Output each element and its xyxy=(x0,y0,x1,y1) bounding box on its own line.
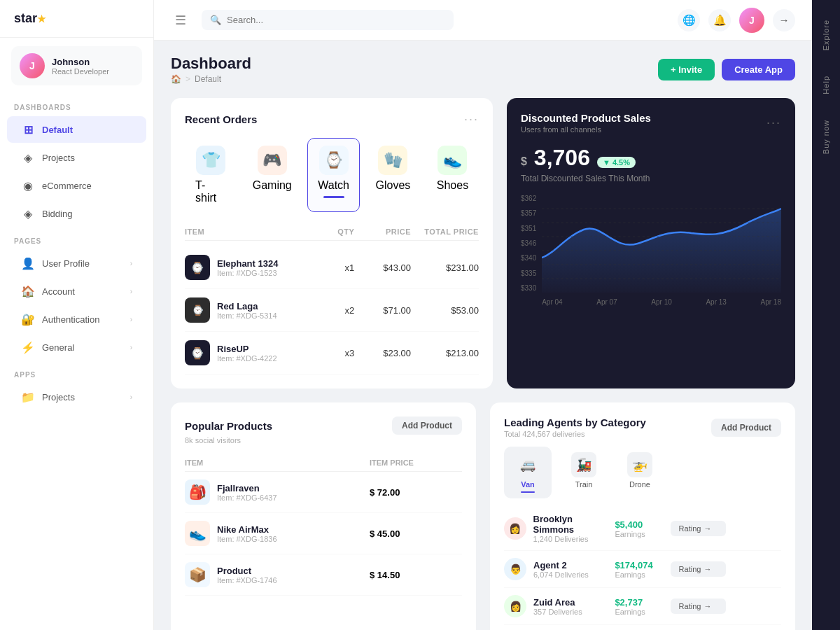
collapse-button[interactable]: ☰ xyxy=(171,10,190,30)
explore-button[interactable]: Explore xyxy=(819,14,833,56)
table-row: 👨 Agent 2 6,074 Deliveries $174,074 Earn… xyxy=(504,551,781,588)
sidebar-item-label: Authentication xyxy=(42,314,99,325)
notification-icon[interactable]: 🔔 xyxy=(708,9,731,31)
create-app-button[interactable]: Create App xyxy=(722,59,795,80)
account-icon: 🏠 xyxy=(21,284,35,298)
search-input[interactable] xyxy=(227,15,445,25)
earnings-label: Earnings xyxy=(615,530,670,538)
sales-amount: 3,706 xyxy=(534,145,590,171)
item-info: 📦 Product Item: #XDG-1746 xyxy=(185,562,370,587)
arrow-right-icon[interactable]: → xyxy=(773,9,795,31)
tab-van-label: Van xyxy=(521,480,535,489)
item-thumbnail: ⌚ xyxy=(185,340,210,365)
chevron-down-icon: › xyxy=(130,316,132,323)
sidebar-item-app-projects[interactable]: 📁 Projects › xyxy=(7,384,146,410)
sidebar-item-label: Account xyxy=(42,286,75,297)
user-avatar-topbar[interactable]: J xyxy=(739,8,764,33)
van-icon: 🚐 xyxy=(515,452,540,477)
card-menu-icon[interactable]: ··· xyxy=(766,115,781,130)
sidebar-user[interactable]: J Johnson React Developer xyxy=(11,46,142,85)
help-button[interactable]: Help xyxy=(819,70,833,100)
item-id: Item: #XDG-5314 xyxy=(217,312,277,320)
add-product-button[interactable]: Add Product xyxy=(392,416,462,435)
sidebar-item-ecommerce[interactable]: ◉ eCommerce xyxy=(7,172,146,199)
recent-orders-card: Recent Orders ··· 👕 T-shirt 🎮 Gaming ⌚ xyxy=(171,98,493,388)
chevron-down-icon: › xyxy=(130,260,132,267)
user-icon: 👤 xyxy=(21,256,35,270)
price-cell: $23.00 xyxy=(354,348,411,358)
sales-label: Total Discounted Sales This Month xyxy=(521,174,781,183)
add-product-agents-button[interactable]: Add Product xyxy=(711,419,781,437)
agent-name: Agent 2 xyxy=(533,560,589,570)
globe-icon[interactable]: 🌐 xyxy=(678,9,700,31)
item-details: Product Item: #XDG-1746 xyxy=(217,566,277,584)
tab-gaming[interactable]: 🎮 Gaming xyxy=(242,138,302,212)
discounted-sales-title: Discounted Product Sales xyxy=(521,112,651,124)
sidebar-item-label: eCommerce xyxy=(42,181,92,191)
topbar: ☰ 🔍 🌐 🔔 J → xyxy=(154,0,812,41)
tab-van[interactable]: 🚐 Van xyxy=(504,447,552,498)
rating-label: Rating xyxy=(679,565,701,573)
tab-gloves[interactable]: 🧤 Gloves xyxy=(365,138,421,212)
sidebar-item-default[interactable]: ⊞ Default xyxy=(7,116,146,143)
section-apps: APPS xyxy=(0,361,153,383)
item-name: Fjallraven xyxy=(217,483,277,493)
earnings-label: Earnings xyxy=(615,608,670,616)
sidebar-item-authentication[interactable]: 🔐 Authentication › xyxy=(7,306,146,332)
tab-drone[interactable]: 🚁 Drone xyxy=(616,447,664,498)
breadcrumb-current: Default xyxy=(195,74,221,84)
sidebar-item-general[interactable]: ⚡ General › xyxy=(7,334,146,360)
sidebar-item-projects[interactable]: ◈ Projects xyxy=(7,144,146,171)
item-details: RiseUP Item: #XDG-4222 xyxy=(217,344,277,363)
buy-now-button[interactable]: Buy now xyxy=(819,114,833,160)
sidebar-item-label: Bidding xyxy=(42,209,72,219)
chart-area: Apr 04 Apr 07 Apr 10 Apr 13 Apr 18 xyxy=(542,195,781,306)
item-id: Item: #XDG-1836 xyxy=(217,535,277,543)
sidebar-item-bidding[interactable]: ◈ Bidding xyxy=(7,200,146,227)
item-info: 🎒 Fjallraven Item: #XDG-6437 xyxy=(185,479,370,505)
tab-shoes[interactable]: 👟 Shoes xyxy=(426,138,479,212)
tab-tshirt[interactable]: 👕 T-shirt xyxy=(185,138,237,212)
col-total: TOTAL PRICE xyxy=(411,227,479,236)
rating-button[interactable]: Rating → xyxy=(671,561,726,577)
logo-text: star★ xyxy=(14,11,46,26)
agent-name: Zuid Area xyxy=(533,597,582,608)
earnings-label: Earnings xyxy=(615,570,670,579)
rating-button[interactable]: Rating → xyxy=(671,521,726,536)
tab-train[interactable]: 🚂 Train xyxy=(560,447,608,498)
topbar-right: 🌐 🔔 J → xyxy=(678,8,795,33)
user-role: React Developer xyxy=(52,67,109,76)
item-icon: 👟 xyxy=(185,521,210,546)
tab-watch[interactable]: ⌚ Watch xyxy=(307,138,359,212)
card-menu-icon[interactable]: ··· xyxy=(464,112,479,127)
total-cell: $53.00 xyxy=(411,305,479,316)
invite-button[interactable]: + Invite xyxy=(658,59,715,80)
sidebar-item-label: User Profile xyxy=(42,258,90,269)
table-row: ⌚ RiseUP Item: #XDG-4222 x3 $23.00 $213.… xyxy=(185,332,479,374)
item-name: Elephant 1324 xyxy=(217,258,278,269)
agent-avatar: 👩 xyxy=(504,595,526,617)
tab-gaming-label: Gaming xyxy=(253,179,292,192)
ecommerce-icon: ◉ xyxy=(21,178,35,192)
col-price: PRICE xyxy=(354,227,411,236)
agent-info: 👩 Zuid Area 357 Deliveries xyxy=(504,595,615,617)
folder-icon: 📁 xyxy=(21,390,35,404)
qty-cell: x2 xyxy=(298,305,355,316)
sidebar-item-account[interactable]: 🏠 Account › xyxy=(7,278,146,304)
line-chart xyxy=(542,195,781,293)
agent-meta: 357 Deliveries xyxy=(533,608,582,616)
search-bar[interactable]: 🔍 xyxy=(202,10,454,30)
item-info: 👟 Nike AirMax Item: #XDG-1836 xyxy=(185,521,370,546)
rating-button[interactable]: Rating → xyxy=(671,598,726,614)
earnings-amount: $5,400 xyxy=(615,519,670,530)
agent-earnings-group: $174,074 Earnings xyxy=(615,560,670,579)
arrow-icon: → xyxy=(704,565,711,573)
discounted-title-group: Discounted Product Sales Users from all … xyxy=(521,112,651,134)
total-cell: $213.00 xyxy=(411,348,479,358)
item-id: Item: #XDG-1523 xyxy=(217,269,278,277)
chart-x-labels: Apr 04 Apr 07 Apr 10 Apr 13 Apr 18 xyxy=(542,295,781,306)
sidebar-logo: star★ xyxy=(0,0,153,38)
sidebar-item-user-profile[interactable]: 👤 User Profile › xyxy=(7,250,146,276)
col-item: ITEM xyxy=(185,458,370,467)
popular-table-header: ITEM ITEM PRICE xyxy=(185,454,462,472)
